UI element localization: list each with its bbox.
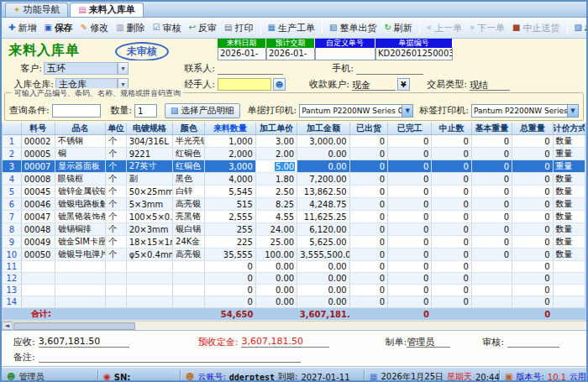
grid-cell[interactable]: 00007 bbox=[21, 160, 55, 173]
grid-cell[interactable]: φ5×0.4mm bbox=[126, 249, 172, 261]
grid-cell[interactable]: 8 bbox=[3, 223, 21, 236]
table-row[interactable]: 100002不锈钢个304/316L半光亮镍1,0003.003,000.000… bbox=[3, 135, 585, 148]
grid-cell[interactable]: 2.00 bbox=[255, 148, 297, 160]
grid-cell[interactable]: 0 bbox=[471, 160, 512, 173]
grid-cell[interactable]: 0 bbox=[432, 249, 471, 261]
grid-cell[interactable]: 镀银电路板触点 bbox=[55, 198, 105, 211]
toolbar-button-prev[interactable]: «上一单 bbox=[423, 20, 465, 36]
grid-cell[interactable]: 白锌 bbox=[173, 186, 205, 198]
grid-cell[interactable]: 0 bbox=[471, 236, 512, 249]
doc-printer-select[interactable]: Pantum P2200NW Series 0001 ▼ bbox=[299, 104, 413, 118]
toolbar-button-refresh[interactable]: ↻刷新 bbox=[381, 20, 415, 36]
grid-cell[interactable]: 数量 bbox=[553, 135, 585, 148]
tab-incoming-form[interactable]: ▤ 来料入库单 bbox=[70, 3, 143, 17]
grid-cell[interactable]: 个 bbox=[106, 173, 126, 186]
table-row[interactable]: 400008眼镜框个副黑色4,0001.807,200.0000000数量 bbox=[3, 173, 585, 186]
grid-cell[interactable]: 0 bbox=[432, 285, 471, 296]
grid-cell[interactable] bbox=[471, 273, 512, 285]
grid-cell[interactable]: 数量 bbox=[553, 211, 585, 223]
grid-cell[interactable] bbox=[173, 285, 205, 296]
grid-cell[interactable] bbox=[106, 261, 126, 273]
table-row[interactable]: 1400.000.000000 bbox=[3, 296, 585, 308]
grid-cell[interactable]: 18×15×1mm bbox=[126, 236, 172, 249]
grid-cell[interactable]: 13 bbox=[3, 285, 21, 296]
grid-cell[interactable]: 显示器面板 bbox=[55, 160, 105, 173]
grid-cell[interactable]: 304/316L bbox=[126, 135, 172, 148]
table-row[interactable]: 700047镀黑铬装饰条个100×5×0.5mm亮黑铬2,5554.5511,6… bbox=[3, 211, 585, 223]
handler-field[interactable] bbox=[218, 78, 271, 91]
grid-cell[interactable] bbox=[21, 296, 55, 308]
grid-cell[interactable]: 数量 bbox=[553, 173, 585, 186]
grid-cell[interactable]: 0.00 bbox=[297, 148, 349, 160]
toolbar-button-printer[interactable]: ▤打印 bbox=[221, 20, 256, 36]
grid-cell[interactable] bbox=[173, 273, 205, 285]
grid-cell[interactable]: 0 bbox=[349, 223, 387, 236]
grid-cell[interactable]: 0.00 bbox=[297, 296, 349, 308]
price-edit-cell[interactable]: 5.00 bbox=[255, 160, 297, 173]
grid-cell[interactable]: 镀银导电弹片 bbox=[55, 249, 105, 261]
grid-cell[interactable] bbox=[471, 285, 512, 296]
grid-cell[interactable]: 0 bbox=[512, 296, 553, 308]
grid-cell[interactable]: 6 bbox=[3, 198, 21, 211]
grid-cell[interactable]: 25.00 bbox=[255, 236, 297, 249]
grid-cell[interactable]: 0 bbox=[471, 211, 512, 223]
grid-cell[interactable]: 3 bbox=[3, 160, 21, 173]
table-row[interactable]: 500045镀锌金属铰链个50×25mm白锌5,5452.5013,862.50… bbox=[3, 186, 585, 198]
tab-function-nav[interactable]: ✦ 功能导航 bbox=[5, 3, 68, 17]
grid-cell[interactable]: 数量 bbox=[553, 198, 585, 211]
grid-cell[interactable] bbox=[126, 273, 172, 285]
grid-cell[interactable]: 24.00 bbox=[255, 223, 297, 236]
grid-cell[interactable]: 0 bbox=[512, 160, 553, 173]
customer-field[interactable]: 五环 bbox=[44, 62, 118, 75]
grid-cell[interactable]: 个 bbox=[106, 148, 126, 160]
grid-cell[interactable]: 0 bbox=[512, 211, 553, 223]
grid-cell[interactable] bbox=[106, 285, 126, 296]
grid-cell[interactable]: 0 bbox=[388, 173, 432, 186]
grid-cell[interactable]: 0 bbox=[388, 285, 432, 296]
grid-cell[interactable]: 数量 bbox=[553, 236, 585, 249]
grid-cell[interactable]: 0.00 bbox=[255, 285, 297, 296]
grid-cell[interactable]: 3,555,500.00 bbox=[297, 249, 349, 261]
grid-cell[interactable]: 0.00 bbox=[297, 261, 349, 273]
toolbar-button-shipment[interactable]: ▧整单出货 bbox=[326, 20, 380, 36]
grid-cell[interactable] bbox=[21, 261, 55, 273]
grid-cell[interactable] bbox=[106, 296, 126, 308]
grid-cell[interactable]: 00045 bbox=[21, 186, 55, 198]
grid-cell[interactable]: 1 bbox=[3, 135, 21, 148]
grid-cell[interactable]: 1.80 bbox=[255, 173, 297, 186]
grid-cell[interactable]: 0 bbox=[388, 198, 432, 211]
grid-cell[interactable]: 7,200.00 bbox=[297, 173, 349, 186]
grid-cell[interactable]: 0 bbox=[388, 223, 432, 236]
grid-cell[interactable]: 副 bbox=[126, 173, 172, 186]
grid-cell[interactable] bbox=[553, 273, 585, 285]
grid-cell[interactable]: 0 bbox=[512, 198, 553, 211]
grid-cell[interactable]: 0 bbox=[512, 173, 553, 186]
grid-cell[interactable]: 数量 bbox=[553, 249, 585, 261]
doc-no-field[interactable]: KD202601250003 bbox=[375, 48, 453, 60]
grid-cell[interactable]: 个 bbox=[106, 236, 126, 249]
grid-cell[interactable]: 9221 bbox=[126, 148, 172, 160]
grid-cell[interactable]: 0 bbox=[349, 273, 387, 285]
grid-cell[interactable]: 6,120.00 bbox=[297, 223, 349, 236]
search-input[interactable] bbox=[52, 104, 102, 118]
grid-cell[interactable]: 0 bbox=[432, 261, 471, 273]
grid-cell[interactable]: 0 bbox=[512, 148, 553, 160]
toolbar-button-next[interactable]: »下一单 bbox=[466, 20, 508, 36]
grid-cell[interactable]: 0 bbox=[349, 198, 387, 211]
grid-cell[interactable]: 铜 bbox=[55, 148, 105, 160]
grid-cell[interactable]: 0 bbox=[432, 186, 471, 198]
grid-cell[interactable]: 100×5×0.5mm bbox=[126, 211, 172, 223]
grid-cell[interactable]: 0 bbox=[432, 211, 471, 223]
qty-input[interactable]: 1 bbox=[134, 104, 157, 118]
grid-cell[interactable]: 0 bbox=[432, 148, 471, 160]
table-row[interactable]: 900049镀金SIM卡座个18×15×1mm24K金22525.005,625… bbox=[3, 236, 585, 249]
grid-cell[interactable]: 5×3mm bbox=[126, 198, 172, 211]
remark-field[interactable] bbox=[39, 351, 301, 363]
custom-no-field[interactable] bbox=[315, 48, 375, 60]
grid-cell[interactable]: 4,000 bbox=[205, 173, 255, 186]
grid-cell[interactable]: 00049 bbox=[21, 236, 55, 249]
grid-cell[interactable]: 00005 bbox=[21, 148, 55, 160]
grid-cell[interactable]: 0 bbox=[471, 186, 512, 198]
grid-cell[interactable]: 0 bbox=[388, 135, 432, 148]
grid-cell[interactable]: 0.00 bbox=[297, 160, 349, 173]
